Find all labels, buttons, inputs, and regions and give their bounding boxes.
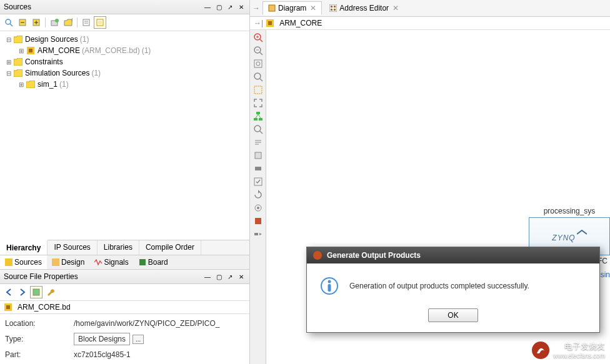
sources-tree[interactable]: ⊟ Design Sources (1) ⊞ ARM_CORE (ARM_COR…: [0, 31, 249, 240]
back-icon[interactable]: [2, 286, 15, 298]
zoom-fit-icon[interactable]: [251, 57, 265, 70]
zoom-reset-icon[interactable]: [251, 71, 265, 83]
auto-layout-icon[interactable]: [251, 110, 265, 122]
svg-point-39: [256, 62, 260, 66]
svg-point-57: [257, 207, 259, 209]
svg-rect-30: [268, 21, 272, 25]
svg-point-62: [328, 280, 331, 283]
view-icon[interactable]: [80, 16, 92, 29]
tab-ip-sources[interactable]: IP Sources: [48, 240, 97, 255]
subtab-signals[interactable]: Signals: [89, 255, 133, 269]
svg-line-49: [260, 131, 262, 134]
hide-icon[interactable]: [251, 228, 265, 240]
svg-point-40: [254, 73, 261, 79]
sub-tabs: Sources Design Signals Board: [0, 255, 249, 269]
expander-icon[interactable]: ⊞: [18, 81, 25, 88]
svg-point-48: [254, 125, 261, 132]
subtab-board[interactable]: Board: [134, 255, 173, 269]
subtab-sources[interactable]: Sources: [0, 255, 47, 269]
svg-rect-23: [269, 5, 275, 11]
svg-rect-42: [254, 86, 262, 94]
svg-line-37: [260, 52, 262, 55]
fullscreen-icon[interactable]: [251, 97, 265, 109]
svg-rect-59: [254, 233, 258, 235]
restore-icon[interactable]: ▢: [214, 2, 223, 11]
block-icon: [266, 19, 274, 27]
dialog-titlebar[interactable]: Generate Output Products: [307, 247, 599, 263]
tree-sim1[interactable]: ⊞ sim_1 (1): [2, 79, 247, 90]
svg-rect-54: [255, 167, 261, 170]
prop-row-location: Location: /home/gavin/work/ZYNQ/PICO_ZED…: [2, 317, 247, 330]
validate-icon[interactable]: [251, 175, 265, 188]
tree-sim-sources[interactable]: ⊟ Simulation Sources (1): [2, 67, 247, 79]
add-folder-icon[interactable]: +: [62, 16, 74, 29]
svg-point-0: [6, 19, 11, 24]
restore-icon[interactable]: ▢: [214, 272, 223, 281]
ok-button[interactable]: OK: [428, 308, 478, 322]
collapse-all-icon[interactable]: [16, 16, 29, 29]
svg-rect-19: [139, 259, 146, 265]
properties-toolbar: [0, 284, 249, 301]
close-icon[interactable]: ✕: [237, 2, 246, 11]
diagram-pin-icon[interactable]: →|: [254, 19, 263, 27]
color-icon[interactable]: [251, 215, 265, 227]
browse-button[interactable]: ...: [132, 335, 144, 344]
tab-diagram[interactable]: Diagram ✕: [262, 1, 322, 15]
settings-icon[interactable]: [251, 202, 265, 214]
settings-icon[interactable]: [94, 16, 106, 29]
forward-icon[interactable]: [16, 286, 29, 298]
folder-icon: [14, 57, 22, 66]
svg-rect-28: [334, 9, 336, 11]
zoom-in-icon[interactable]: [251, 31, 265, 44]
subtab-design[interactable]: Design: [47, 255, 89, 269]
expander-icon[interactable]: ⊟: [5, 36, 12, 43]
minimize-icon[interactable]: —: [203, 272, 212, 281]
expander-icon[interactable]: ⊞: [5, 58, 12, 66]
diagram-tabs: → Diagram ✕ Address Editor ✕: [250, 0, 610, 17]
svg-rect-25: [331, 6, 332, 7]
highlight-icon[interactable]: [30, 286, 42, 298]
block-icon: [4, 303, 12, 312]
svg-rect-22: [6, 305, 10, 309]
add-sources-icon[interactable]: [48, 16, 61, 29]
tab-hierarchy[interactable]: Hierarchy: [0, 240, 48, 255]
close-icon[interactable]: ✕: [237, 272, 246, 281]
watermark-icon: [532, 342, 549, 359]
minimize-icon[interactable]: —: [203, 2, 212, 11]
maximize-icon[interactable]: ↗: [226, 272, 234, 281]
expander-icon[interactable]: ⊞: [18, 47, 25, 54]
tree-design-sources[interactable]: ⊟ Design Sources (1): [2, 34, 247, 45]
regenerate-icon[interactable]: [251, 189, 265, 201]
tab-compile-order[interactable]: Compile Order: [139, 240, 201, 255]
folder-icon: [26, 80, 35, 89]
prop-row-type: Type: Block Designs...: [2, 330, 247, 348]
close-tab-icon[interactable]: ✕: [310, 4, 316, 12]
add-port-icon[interactable]: [251, 162, 265, 175]
wrench-icon[interactable]: [44, 286, 56, 298]
tabs-left-icon[interactable]: →: [252, 4, 260, 12]
maximize-icon[interactable]: ↗: [226, 2, 234, 11]
tree-arm-core[interactable]: ⊞ ARM_CORE (ARM_CORE.bd) (1): [2, 45, 247, 56]
svg-rect-27: [331, 9, 332, 11]
svg-line-41: [260, 79, 262, 81]
expand-all-icon[interactable]: [30, 16, 42, 29]
search-icon[interactable]: [251, 123, 265, 135]
dialog-close-icon[interactable]: [313, 251, 322, 260]
address-editor-icon: [329, 4, 337, 12]
properties-filename: ARM_CORE.bd: [18, 303, 71, 312]
svg-text:+: +: [70, 18, 72, 24]
tab-address-editor[interactable]: Address Editor ✕: [324, 2, 404, 14]
tab-libraries[interactable]: Libraries: [98, 240, 139, 255]
add-ip-icon[interactable]: [251, 149, 265, 162]
svg-rect-45: [259, 118, 262, 121]
info-icon: [319, 276, 339, 296]
watermark-name: 电子发烧友: [553, 341, 605, 352]
svg-line-46: [256, 114, 258, 118]
tree-constraints[interactable]: ⊞ Constraints: [2, 56, 247, 67]
select-icon[interactable]: [251, 84, 265, 96]
expander-icon[interactable]: ⊟: [5, 69, 12, 77]
zoom-out-icon[interactable]: [251, 44, 265, 57]
text-icon[interactable]: [251, 136, 265, 149]
close-tab-icon[interactable]: ✕: [392, 4, 399, 12]
search-icon[interactable]: [2, 16, 15, 29]
